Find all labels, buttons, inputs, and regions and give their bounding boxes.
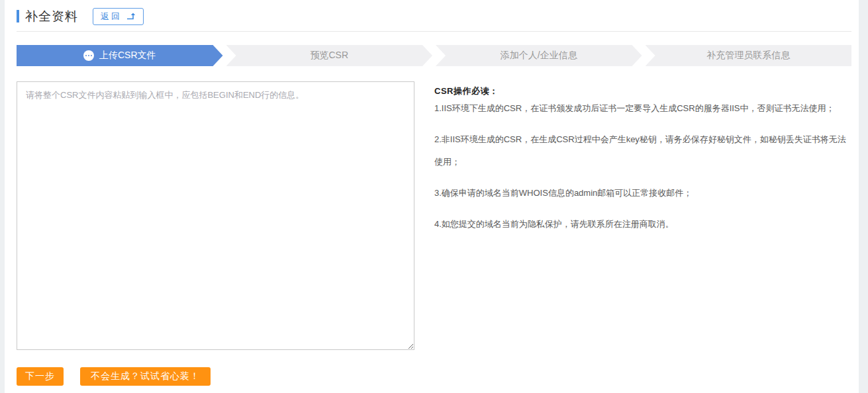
instruction-item: 4.如您提交的域名当前为隐私保护，请先联系所在注册商取消。	[434, 213, 848, 236]
csr-input[interactable]	[17, 81, 414, 350]
step-label: 预览CSR	[310, 50, 348, 62]
content-card: 补全资料 返回 上传CSR文件 预览CSR 添加个人/企业信息 补充管理员联系信…	[5, 0, 859, 393]
page-title: 补全资料	[25, 8, 78, 25]
step-label: 上传CSR文件	[99, 50, 156, 62]
step-add-info: 添加个人/企业信息	[436, 45, 642, 66]
header-divider	[17, 31, 851, 32]
step-label: 添加个人/企业信息	[501, 50, 577, 62]
csr-instructions-panel: CSR操作必读： 1.IIS环境下生成的CSR，在证书颁发成功后证书一定要导入生…	[434, 81, 848, 350]
ellipsis-icon	[83, 50, 94, 61]
back-button[interactable]: 返回	[93, 8, 144, 25]
step-preview-csr: 预览CSR	[226, 45, 433, 66]
footer-actions: 下一步 不会生成？试试省心装！	[17, 367, 851, 386]
title-accent-bar	[17, 10, 19, 22]
instruction-item: 1.IIS环境下生成的CSR，在证书颁发成功后证书一定要导入生成CSR的服务器I…	[434, 97, 848, 120]
main-content: CSR操作必读： 1.IIS环境下生成的CSR，在证书颁发成功后证书一定要导入生…	[17, 81, 851, 350]
instructions-heading: CSR操作必读：	[434, 85, 848, 97]
return-arrow-icon	[126, 13, 136, 20]
instruction-item: 2.非IIS环境生成的CSR，在生成CSR过程中会产生key秘钥，请务必保存好秘…	[434, 128, 848, 173]
back-button-label: 返回	[101, 11, 122, 22]
step-label: 补充管理员联系信息	[706, 50, 790, 62]
step-upload-csr: 上传CSR文件	[17, 45, 223, 66]
easy-install-button[interactable]: 不会生成？试试省心装！	[80, 367, 211, 386]
step-wizard: 上传CSR文件 预览CSR 添加个人/企业信息 补充管理员联系信息	[17, 45, 851, 66]
step-admin-contact: 补充管理员联系信息	[646, 45, 852, 66]
next-step-button[interactable]: 下一步	[17, 367, 64, 386]
page-header: 补全资料 返回	[17, 0, 851, 24]
instruction-item: 3.确保申请的域名当前WHOIS信息的admin邮箱可以正常接收邮件；	[434, 182, 848, 204]
